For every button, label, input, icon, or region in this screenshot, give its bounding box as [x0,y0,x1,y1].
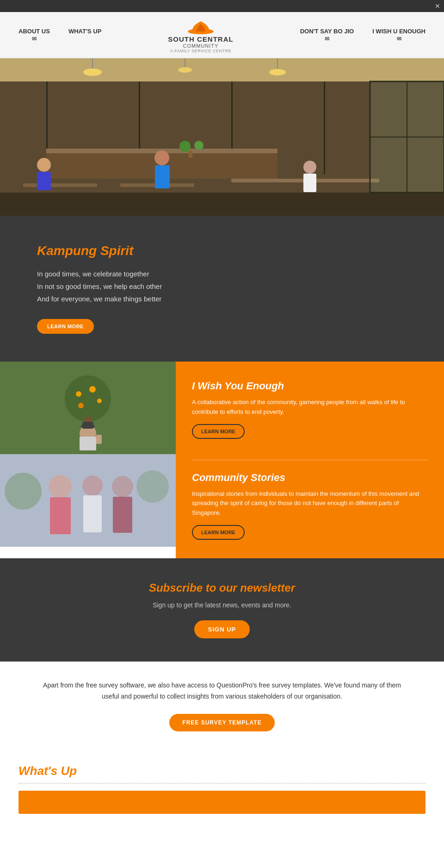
nav-right: DON'T SAY BO JIO ✉ I WISH U ENOUGH ✉ [300,28,426,42]
survey-button[interactable]: FREE SURVEY TEMPLATE [169,714,274,731]
svg-point-20 [37,158,51,172]
nav-i-wish[interactable]: I WISH U ENOUGH ✉ [372,28,426,42]
svg-rect-43 [96,435,102,444]
whatsup-section: What's Up [0,750,444,828]
cards-images [0,362,176,558]
svg-rect-12 [324,81,325,174]
svg-rect-42 [82,422,93,429]
svg-rect-28 [189,151,192,158]
kampung-text: In good times, we celebrate together In … [37,268,407,305]
svg-rect-19 [0,193,444,216]
svg-rect-17 [231,179,305,182]
logo-tagline: A FAMILY SERVICE CENTRE [170,49,231,53]
community-card-content: Community Stories Inspirational stories … [192,472,428,540]
svg-point-35 [76,391,81,397]
kampung-title: Kampung Spirit [37,244,407,258]
svg-rect-25 [303,174,316,192]
svg-point-22 [154,150,169,165]
newsletter-text: Sign up to get the latest news, events a… [37,601,407,609]
whatsup-title: What's Up [18,764,426,778]
kampung-learn-more-button[interactable]: LEARN MORE [37,319,94,334]
nav-whats-up[interactable]: WHAT'S UP [68,28,101,42]
logo-text-main: SOUTH CENTRAL [168,35,233,43]
svg-point-3 [83,69,102,76]
svg-rect-23 [155,165,170,188]
hero-section [0,58,444,216]
cards-content: I Wish You Enough A collaborative action… [176,362,444,558]
survey-section: Apart from the free survey software, we … [0,662,444,750]
svg-point-33 [65,375,111,422]
close-bar: ✕ [0,0,444,12]
logo-hat-icon [187,17,215,35]
svg-point-36 [89,386,96,393]
nav-left: ABOUT US ✉ WHAT'S UP [18,28,101,42]
nav-dont-say[interactable]: DON'T SAY BO JIO ✉ [300,28,354,42]
svg-rect-2 [0,58,444,81]
wish-image [0,362,176,454]
dont-say-email-icon: ✉ [325,36,329,42]
signup-button[interactable]: SIGN UP [194,620,250,638]
newsletter-title: Subscribe to our newsletter [37,581,407,594]
survey-text: Apart from the free survey software, we … [37,680,407,702]
svg-point-37 [97,399,102,403]
navigation: ABOUT US ✉ WHAT'S UP SOUTH CENTRAL COMMU… [0,12,444,58]
svg-point-24 [303,161,316,174]
community-card-desc: Inspirational stories from individuals t… [192,489,428,518]
svg-point-7 [269,69,286,75]
logo-text-sub: COMMUNITY [183,43,219,49]
svg-rect-15 [23,183,97,187]
community-card-title: Community Stories [192,472,428,484]
svg-rect-21 [37,172,51,190]
svg-point-52 [5,473,42,510]
nav-about-us[interactable]: ABOUT US ✉ [18,28,50,42]
close-icon[interactable]: ✕ [435,2,440,10]
wish-card-content: I Wish You Enough A collaborative action… [192,380,428,439]
whatsup-orange-bar [18,791,426,814]
card-divider [192,460,428,460]
newsletter-section: Subscribe to our newsletter Sign up to g… [0,558,444,662]
community-image [0,454,176,547]
svg-point-26 [179,141,191,152]
svg-point-27 [194,141,204,150]
site-logo[interactable]: SOUTH CENTRAL COMMUNITY A FAMILY SERVICE… [168,17,233,53]
i-wish-email-icon: ✉ [397,36,401,42]
wish-learn-more-button[interactable]: LEARN MORE [192,424,245,439]
whatsup-divider [18,783,426,784]
kampung-section: Kampung Spirit In good times, we celebra… [0,216,444,362]
cards-section: I Wish You Enough A collaborative action… [0,362,444,558]
wish-illustration [0,362,176,454]
wish-card-title: I Wish You Enough [192,380,428,392]
community-illustration [0,454,176,547]
svg-point-53 [136,470,169,503]
wish-card-desc: A collaborative action of the community,… [192,398,428,417]
svg-point-38 [78,403,84,408]
svg-rect-40 [80,437,96,450]
about-email-icon: ✉ [32,36,37,42]
svg-point-5 [178,67,192,73]
hero-illustration [0,58,444,216]
community-learn-more-button[interactable]: LEARN MORE [192,525,245,540]
